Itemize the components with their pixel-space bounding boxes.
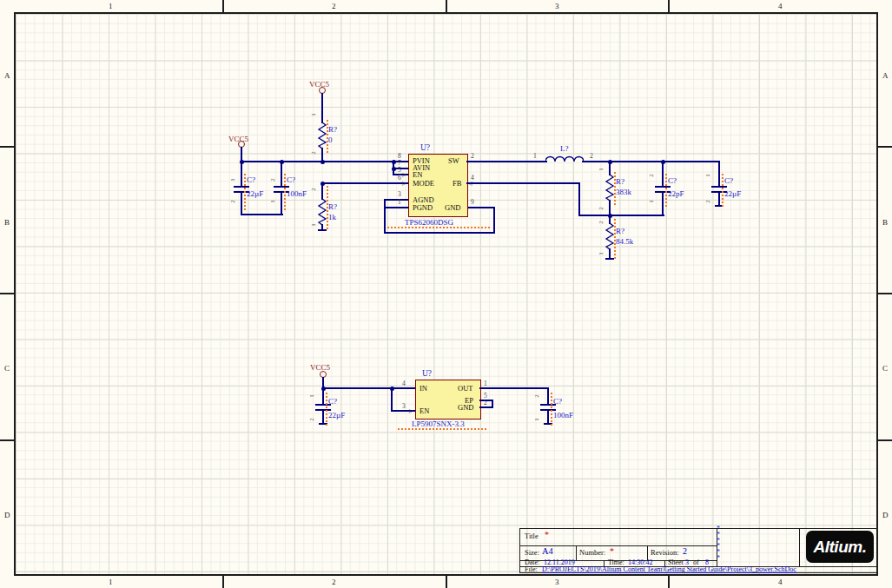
wire[interactable] <box>492 400 493 408</box>
zone-col-label: 4 <box>778 578 783 586</box>
capacitor-lead[interactable] <box>662 162 664 186</box>
pin-number: 1 <box>533 152 537 160</box>
capacitor-lead[interactable] <box>241 193 242 215</box>
wire[interactable] <box>578 182 580 216</box>
title-value: * <box>545 530 549 539</box>
pin-number: 2 <box>310 151 317 155</box>
zone-col-label: 4 <box>778 2 783 10</box>
error-squiggle <box>551 393 552 426</box>
pin-number: 1 <box>533 418 540 421</box>
value-label[interactable]: 22µF <box>247 189 263 198</box>
designator[interactable]: C? <box>724 176 733 185</box>
pin-number: 1 <box>310 113 317 116</box>
zone-tick <box>222 576 224 588</box>
wire[interactable] <box>384 199 408 201</box>
zone-row-label: A <box>882 71 889 80</box>
value-label[interactable]: 22µF <box>724 189 741 198</box>
altium-logo-text: Altium. <box>814 538 867 557</box>
designator[interactable]: C? <box>328 397 337 406</box>
junction-dot <box>392 160 396 164</box>
designator[interactable]: R? <box>616 177 624 186</box>
wire[interactable] <box>241 214 283 215</box>
junction-dot <box>321 386 326 391</box>
wire[interactable] <box>493 207 495 234</box>
wire[interactable] <box>578 215 664 216</box>
value-label[interactable]: 100nF <box>287 189 307 198</box>
number-value: * <box>610 546 614 556</box>
value-label[interactable]: 84.5k <box>616 237 633 246</box>
value-label[interactable]: 1k <box>328 213 336 221</box>
capacitor-symbol[interactable] <box>655 186 671 188</box>
pin-name: IN <box>420 384 427 393</box>
zone-tick <box>878 293 892 294</box>
error-squiggle <box>244 174 246 210</box>
power-port-label[interactable]: VCC5 <box>310 363 330 372</box>
wire[interactable] <box>384 207 408 208</box>
designator[interactable]: R? <box>328 125 337 134</box>
part-number-label[interactable]: LP5907SNX-3.3 <box>412 420 465 428</box>
designator[interactable]: L? <box>560 144 569 153</box>
wire[interactable] <box>466 207 495 208</box>
zone-tick <box>446 0 447 12</box>
pin-number: 2 <box>598 221 605 224</box>
capacitor-lead[interactable] <box>547 411 549 423</box>
value-label[interactable]: 100nF <box>553 411 573 420</box>
sheet-drawing-area[interactable] <box>14 12 878 576</box>
designator[interactable]: U? <box>420 143 430 152</box>
value-label[interactable]: 22µF <box>328 411 345 420</box>
wire[interactable] <box>321 182 408 184</box>
size-label: Size: <box>525 548 539 557</box>
error-squiggle <box>326 393 327 426</box>
capacitor-symbol[interactable] <box>234 186 249 188</box>
pin-number: 3 <box>402 402 406 410</box>
wire[interactable] <box>384 232 495 234</box>
pin-name: SW <box>448 156 459 165</box>
designator[interactable]: C? <box>287 175 295 184</box>
designator[interactable]: R? <box>328 202 337 211</box>
zone-row-label: B <box>4 218 10 227</box>
value-label[interactable]: 0 <box>328 135 333 144</box>
capacitor-symbol[interactable] <box>711 186 727 188</box>
wire[interactable] <box>391 387 393 412</box>
capacitor-lead[interactable] <box>281 162 282 186</box>
capacitor-lead[interactable] <box>718 193 720 205</box>
wire[interactable] <box>322 387 415 389</box>
capacitor-lead[interactable] <box>662 193 664 215</box>
wire[interactable] <box>466 182 580 184</box>
pin-number: 2 <box>598 207 605 210</box>
pin-end[interactable] <box>605 258 614 260</box>
designator[interactable]: U? <box>422 369 432 378</box>
pin-end[interactable] <box>318 229 327 231</box>
wire[interactable] <box>466 161 547 162</box>
revision-value: 2 <box>683 546 687 556</box>
designator[interactable]: C? <box>553 397 562 406</box>
value-label[interactable]: 22pF <box>668 189 684 198</box>
part-number-label[interactable]: TPS62060DSG <box>405 218 453 227</box>
capacitor-lead[interactable] <box>241 162 242 186</box>
value-label[interactable]: 383k <box>616 188 631 196</box>
wire[interactable] <box>321 93 323 118</box>
error-squiggle <box>387 227 492 228</box>
zone-tick <box>668 576 670 588</box>
wire[interactable] <box>582 161 720 162</box>
pin-name: PGND <box>413 203 433 212</box>
designator[interactable]: R? <box>616 227 624 235</box>
designator[interactable]: C? <box>247 175 255 184</box>
pin-number: 1 <box>398 198 401 206</box>
capacitor-lead[interactable] <box>718 161 720 186</box>
wire[interactable] <box>479 387 549 389</box>
designator[interactable]: C? <box>668 176 677 185</box>
capacitor-lead[interactable] <box>281 193 282 215</box>
zone-col-label: 3 <box>555 578 559 586</box>
inductor-symbol[interactable] <box>545 154 584 162</box>
capacitor-symbol[interactable] <box>274 186 289 188</box>
wire[interactable] <box>384 199 386 234</box>
capacitor-lead[interactable] <box>322 411 324 423</box>
pin-number: 2 <box>308 418 315 421</box>
zone-tick <box>446 576 447 588</box>
resistor-lead[interactable] <box>321 184 323 200</box>
wire[interactable] <box>241 161 408 162</box>
zone-row-label: B <box>882 218 888 227</box>
pin-number: 1 <box>229 178 236 182</box>
capacitor-lead[interactable] <box>547 388 549 405</box>
